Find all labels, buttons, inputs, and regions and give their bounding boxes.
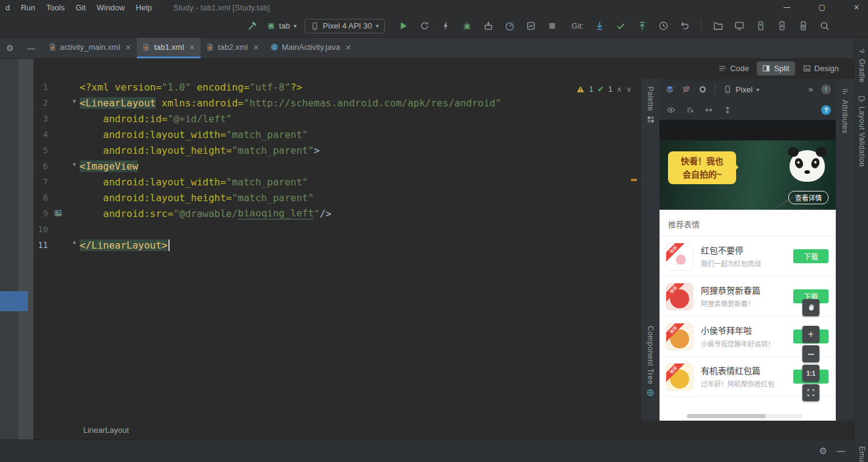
status-hide-icon[interactable]: — <box>836 446 846 457</box>
prev-issue-icon[interactable]: ∧ <box>616 85 622 94</box>
issue-badge[interactable]: ! <box>821 84 831 94</box>
status-gear-icon[interactable]: ⚙ <box>819 446 827 457</box>
gutter[interactable]: ▾ <box>52 95 80 111</box>
stop-button[interactable] <box>545 19 559 33</box>
section-title: 推荐表情 <box>668 218 836 230</box>
left-tool-strip[interactable] <box>0 59 33 440</box>
attach-debugger-button[interactable] <box>481 19 495 33</box>
sort-list-icon[interactable] <box>686 106 694 114</box>
device-file-explorer-button[interactable] <box>775 19 788 33</box>
apply-code-changes-button[interactable] <box>439 19 452 33</box>
history-button[interactable] <box>656 19 670 33</box>
gutter[interactable] <box>52 174 80 190</box>
line-number: 11 <box>33 240 48 250</box>
gutter[interactable] <box>52 79 80 95</box>
view-options-eye-icon[interactable] <box>667 106 675 114</box>
view-toggle-split[interactable]: Split <box>757 61 794 75</box>
project-structure-button[interactable] <box>711 19 725 33</box>
logcat-button[interactable] <box>732 19 746 33</box>
left-strip-selection <box>0 291 28 311</box>
gutter[interactable]: ▴ <box>52 237 80 253</box>
device-manager-button[interactable] <box>754 19 767 33</box>
tool-stripe-gradle[interactable]: Gradle <box>855 47 868 83</box>
gutter[interactable] <box>52 221 80 237</box>
chevron-down-icon: ▾ <box>376 22 379 29</box>
gutter[interactable] <box>52 205 80 221</box>
menu-item-run[interactable]: Run <box>15 0 41 15</box>
tool-stripe-emulator[interactable]: Emulator <box>855 446 868 462</box>
code-editor[interactable]: 1<?xml version="1.0" encoding="utf-8"?>2… <box>33 79 641 421</box>
view-toggle-design[interactable]: Design <box>797 61 844 75</box>
maximize-button[interactable]: ▢ <box>819 3 825 12</box>
code-line: 5 android:layout_height="match_parent"> <box>33 142 641 158</box>
zoom-fit-button[interactable] <box>802 384 819 401</box>
editor-settings-gear-icon[interactable]: ⚙ <box>6 43 14 53</box>
close-icon[interactable]: × <box>189 43 196 52</box>
text-caret <box>168 240 170 251</box>
tool-stripe-attributes[interactable]: Attributes <box>836 88 854 134</box>
pan-hand-button[interactable] <box>802 299 819 316</box>
color-mode-icon[interactable] <box>698 85 707 94</box>
minimize-button[interactable]: — <box>784 3 791 12</box>
menu-item-tools[interactable]: Tools <box>41 0 70 15</box>
view-toggle-code[interactable]: Code <box>713 61 754 75</box>
preview-device-select[interactable]: Pixel ▾ <box>723 85 759 94</box>
git-update-button[interactable] <box>593 19 606 33</box>
menu-item-help[interactable]: Help <box>130 0 157 15</box>
run-config-select[interactable]: tab ▾ <box>267 19 297 33</box>
sticker-title: 红包不要停 <box>701 244 743 256</box>
tool-stripe-component-tree[interactable]: Component Tree <box>641 326 660 397</box>
xml-file-icon <box>206 43 214 51</box>
vertical-arrows-icon[interactable] <box>723 106 732 114</box>
hide-panel-icon[interactable]: — <box>27 43 36 53</box>
debug-button[interactable] <box>460 19 474 33</box>
menu-item-git[interactable]: Git <box>70 0 91 15</box>
warning-stripe-mark[interactable] <box>631 179 637 181</box>
line-number: 1 <box>33 82 48 92</box>
panel-left-stripe: Palette Component Tree <box>641 79 660 421</box>
layers-off-icon[interactable] <box>682 85 691 94</box>
gutter[interactable] <box>52 190 80 205</box>
tab-MainActivity.java[interactable]: CMainActivity.java× <box>265 38 357 58</box>
help-icon[interactable]: ? <box>821 105 831 115</box>
layers-icon[interactable] <box>666 85 674 94</box>
breadcrumb[interactable]: LinearLayout <box>83 426 129 435</box>
apply-changes-button[interactable] <box>418 19 431 33</box>
git-push-button[interactable] <box>635 19 649 33</box>
tab-tab1.xml[interactable]: tab1.xml× <box>137 38 201 58</box>
search-everywhere-button[interactable] <box>818 19 831 33</box>
zoom-actual-button[interactable]: 1:1 <box>802 365 819 382</box>
run-button[interactable] <box>396 19 410 33</box>
profile-app-button[interactable] <box>524 19 537 33</box>
zoom-out-button[interactable]: − <box>802 345 819 362</box>
git-commit-button[interactable] <box>614 19 627 33</box>
tool-stripe-layout-validation[interactable]: Layout Validation <box>855 95 868 167</box>
build-hammer-button[interactable] <box>246 19 259 33</box>
menu-item-window[interactable]: Window <box>91 0 130 15</box>
gutter[interactable] <box>52 142 80 158</box>
device-select[interactable]: Pixel 4 API 30 ▾ <box>305 19 385 33</box>
sdk-manager-button[interactable] <box>796 19 810 33</box>
right-tool-stripe: Gradle Layout Validation Emulator <box>854 38 868 462</box>
tab-tab2.xml[interactable]: tab2.xml× <box>201 38 264 58</box>
horizontal-arrows-icon[interactable] <box>704 106 713 114</box>
close-icon[interactable]: × <box>125 43 132 52</box>
inspections-widget[interactable]: 1 ✔ 1 ∧ ∨ <box>576 84 632 94</box>
tab-activity_main.xml[interactable]: activity_main.xml× <box>43 38 137 58</box>
menu-item-d[interactable]: d <box>0 0 15 15</box>
sticker-subtitle: 我们一起为红包而战 <box>701 258 761 268</box>
more-actions-icon[interactable]: » <box>808 84 813 94</box>
design-preview-canvas[interactable]: 快看！我也 会自拍的~ 查看详情 推荐表情 独家红包不要停我们一起为红包而战下载… <box>660 120 836 421</box>
gutter[interactable] <box>52 126 80 142</box>
profiler-button[interactable] <box>503 19 516 33</box>
preview-horizontal-scrollbar[interactable] <box>687 414 802 418</box>
tool-stripe-palette[interactable]: Palette <box>641 86 660 123</box>
close-icon[interactable]: × <box>345 43 351 52</box>
gutter[interactable] <box>52 111 80 126</box>
rollback-button[interactable] <box>678 19 691 33</box>
close-icon[interactable]: × <box>253 43 260 52</box>
next-issue-icon[interactable]: ∨ <box>626 85 632 94</box>
zoom-in-button[interactable]: + <box>802 326 819 343</box>
close-button[interactable]: × <box>853 3 859 12</box>
gutter[interactable]: ▾ <box>52 158 80 174</box>
